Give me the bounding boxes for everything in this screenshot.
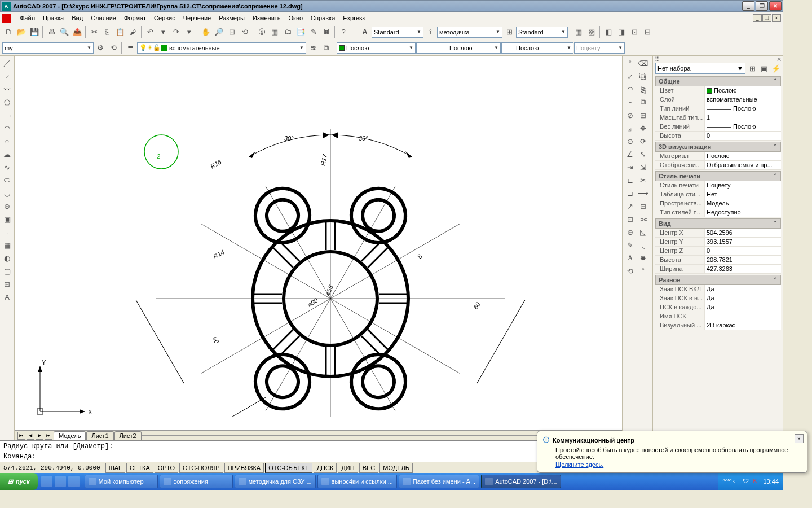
chamfer-icon[interactable]: ◺ bbox=[637, 226, 649, 238]
line-icon[interactable]: ／ bbox=[1, 57, 14, 69]
point-icon[interactable]: · bbox=[1, 226, 14, 238]
tb-ico-f[interactable]: ⊟ bbox=[641, 26, 654, 38]
tablestyle-combo[interactable]: Standard▼ bbox=[516, 27, 568, 38]
menu-сервис[interactable]: Сервис bbox=[150, 13, 179, 23]
mtext-icon[interactable]: A bbox=[1, 291, 14, 303]
prop-row[interactable]: Ширина427.3263 bbox=[655, 265, 781, 274]
textstyle-icon[interactable]: A bbox=[359, 26, 371, 38]
save-icon[interactable]: 💾 bbox=[28, 26, 41, 38]
layerprev-icon[interactable]: ⟲ bbox=[107, 42, 120, 54]
region-icon[interactable]: ▢ bbox=[1, 265, 14, 277]
prop-row[interactable]: ПСК в каждо...Да bbox=[655, 303, 781, 312]
layer-combo[interactable]: 💡 ☀ 🔓 вспомагательные▼ bbox=[137, 42, 306, 54]
dimarc-icon[interactable]: ◠ bbox=[624, 83, 636, 95]
calc-icon[interactable]: 🖩 bbox=[320, 26, 333, 38]
status-ШАГ[interactable]: ШАГ bbox=[105, 463, 125, 473]
menu-размеры[interactable]: Размеры bbox=[215, 13, 249, 23]
match-icon[interactable]: 🖌 bbox=[127, 26, 139, 38]
ql-media-icon[interactable] bbox=[68, 476, 80, 487]
dimdia-icon[interactable]: ⊙ bbox=[624, 135, 636, 147]
dimjog-icon[interactable]: ⟓ bbox=[624, 122, 636, 134]
tab-nav-1[interactable]: ◀ bbox=[27, 432, 34, 440]
copy-mod-icon[interactable]: ⿻ bbox=[637, 70, 649, 82]
status-ОРТО[interactable]: ОРТО bbox=[155, 463, 178, 473]
tb-ico-d[interactable]: ◨ bbox=[615, 26, 628, 38]
layermatch-icon[interactable]: ≋ bbox=[307, 42, 319, 54]
xline-icon[interactable]: ⟋ bbox=[1, 70, 14, 82]
circle-icon[interactable]: ○ bbox=[1, 135, 14, 147]
prop-row[interactable]: Слойвспомагательные bbox=[655, 95, 781, 104]
tpalette-icon[interactable]: 🗂 bbox=[281, 26, 294, 38]
select-icon[interactable]: ▣ bbox=[759, 63, 769, 73]
dimcont-icon[interactable]: ⊐ bbox=[624, 187, 636, 199]
dcenter-icon[interactable]: ▦ bbox=[268, 26, 281, 38]
table-icon[interactable]: ⊞ bbox=[1, 278, 14, 290]
qdim-icon[interactable]: ⇥ bbox=[624, 161, 636, 173]
status-ДИН[interactable]: ДИН bbox=[338, 463, 358, 473]
dimstyle-combo[interactable]: методичка▼ bbox=[437, 27, 502, 38]
tb-ico-a[interactable]: ▦ bbox=[572, 26, 585, 38]
lineweight-combo[interactable]: —— Послою▼ bbox=[501, 42, 573, 54]
status-ДПСК[interactable]: ДПСК bbox=[314, 463, 337, 473]
gradient-icon[interactable]: ◐ bbox=[1, 252, 14, 264]
prop-section-header[interactable]: Общие⌃ bbox=[655, 76, 781, 86]
fillet-icon[interactable]: ◟ bbox=[637, 239, 649, 251]
color-combo[interactable]: Послою▼ bbox=[337, 42, 416, 54]
spline-icon[interactable]: ∿ bbox=[1, 161, 14, 173]
prop-section-header[interactable]: Разное⌃ bbox=[655, 275, 781, 285]
rotate-icon[interactable]: ⟳ bbox=[637, 135, 649, 147]
polygon-icon[interactable]: ⬠ bbox=[1, 96, 14, 108]
dimlinear-icon[interactable]: ⟟ bbox=[624, 57, 636, 69]
tb-ico-e[interactable]: ⊡ bbox=[628, 26, 641, 38]
start-button[interactable]: ⊞ пуск bbox=[0, 473, 38, 490]
tray-chevron-icon[interactable]: ‹ bbox=[732, 478, 740, 485]
trim-icon[interactable]: ✂ bbox=[637, 174, 649, 186]
dimupdate-icon[interactable]: ⟲ bbox=[624, 265, 636, 277]
dimrad-icon[interactable]: ⊘ bbox=[624, 109, 636, 121]
pline-icon[interactable]: 〰 bbox=[1, 83, 14, 95]
prop-row[interactable]: Высота0 bbox=[655, 132, 781, 141]
dimstyle-icon[interactable]: ⟟ bbox=[424, 26, 436, 38]
hatch-icon[interactable]: ▦ bbox=[1, 239, 14, 251]
markup-icon[interactable]: ✎ bbox=[307, 26, 320, 38]
tab-nav-0[interactable]: ⏮ bbox=[17, 432, 25, 440]
prop-row[interactable]: Визуальный ...2D каркас bbox=[655, 321, 781, 330]
prop-row[interactable]: Знак ПСК ВКЛДа bbox=[655, 285, 781, 294]
doc-restore-button[interactable]: ❐ bbox=[762, 14, 771, 22]
ql-desktop-icon[interactable] bbox=[41, 476, 52, 487]
prop-row[interactable]: Масштаб тип...1 bbox=[655, 113, 781, 122]
paste-icon[interactable]: 📋 bbox=[114, 26, 126, 38]
tb-ico-b[interactable]: ▨ bbox=[585, 26, 598, 38]
tablestyle-icon[interactable]: ⊞ bbox=[503, 26, 515, 38]
break-icon[interactable]: ⊟ bbox=[637, 200, 649, 212]
rect-icon[interactable]: ▭ bbox=[1, 109, 14, 121]
menu-окно[interactable]: Окно bbox=[285, 13, 307, 23]
task-item[interactable]: сопряжения bbox=[160, 475, 233, 488]
ql-ie-icon[interactable] bbox=[55, 476, 66, 487]
zoom-rt-icon[interactable]: 🔎 bbox=[213, 26, 225, 38]
prop-row[interactable]: Стиль печатиПоцвету bbox=[655, 181, 781, 190]
zoom-prev-icon[interactable]: ⟲ bbox=[239, 26, 251, 38]
tray-shield-icon[interactable]: 🛡 bbox=[743, 478, 751, 485]
menu-вид[interactable]: Вид bbox=[68, 13, 87, 23]
arc-icon[interactable]: ◠ bbox=[1, 122, 14, 134]
layerprops-icon[interactable]: ≣ bbox=[124, 42, 136, 54]
prop-section-header[interactable]: 3D визуализация⌃ bbox=[655, 142, 781, 152]
preview-icon[interactable]: 🔍 bbox=[58, 26, 70, 38]
menu-черчение[interactable]: Черчение bbox=[179, 13, 215, 23]
array-icon[interactable]: ⊞ bbox=[637, 109, 649, 121]
dimord-icon[interactable]: ⊦ bbox=[624, 96, 636, 108]
popup-link[interactable]: Щелкните здесь. bbox=[555, 461, 783, 468]
menu-правка[interactable]: Правка bbox=[39, 13, 68, 23]
task-item[interactable]: Пакет без имени - A... bbox=[399, 475, 479, 488]
layerfilter-icon[interactable]: ⚙ bbox=[94, 42, 107, 54]
pan-icon[interactable]: ✋ bbox=[200, 26, 212, 38]
qleader-icon[interactable]: ↗ bbox=[624, 200, 636, 212]
dimtedit-icon[interactable]: Ａ bbox=[624, 252, 636, 264]
prop-row[interactable]: МатериалПослою bbox=[655, 152, 781, 161]
menu-express[interactable]: Express bbox=[339, 13, 369, 23]
prop-row[interactable]: ЦветПослою bbox=[655, 86, 781, 95]
dimbase-icon[interactable]: ⊏ bbox=[624, 174, 636, 186]
status-ОТС-ОБЪЕКТ[interactable]: ОТС-ОБЪЕКТ bbox=[265, 463, 312, 473]
tray-av-icon[interactable]: K bbox=[753, 478, 761, 485]
